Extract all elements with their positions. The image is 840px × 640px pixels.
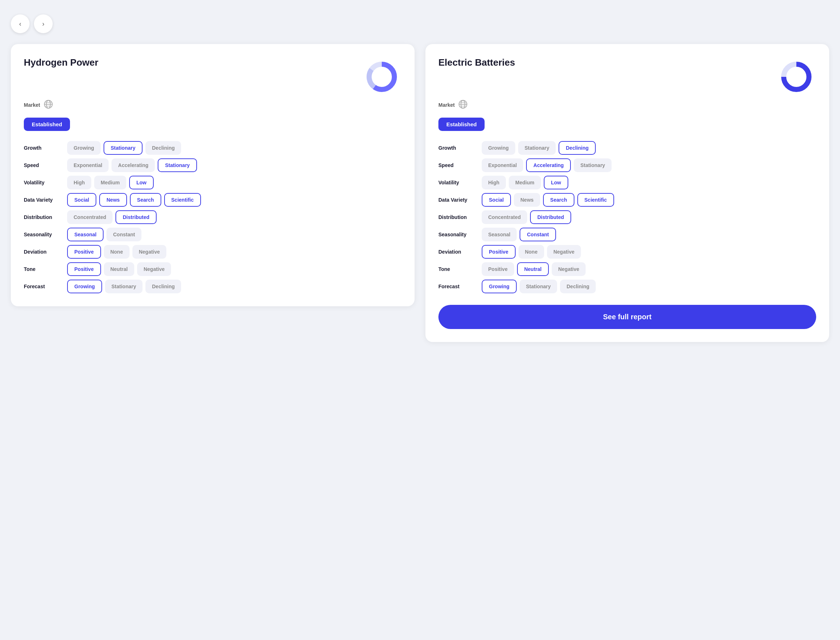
card-electric: Electric BatteriesMarket EstablishedGrow… — [426, 44, 829, 342]
established-badge: Established — [24, 118, 70, 131]
option-chip-none[interactable]: None — [104, 245, 130, 259]
option-chip-negative[interactable]: Negative — [547, 245, 581, 259]
options-group: PositiveNeutralNegative — [482, 262, 586, 276]
attribute-row-speed: SpeedExponentialAcceleratingStationary — [438, 158, 816, 172]
options-group: PositiveNeutralNegative — [67, 262, 171, 276]
established-badge: Established — [438, 118, 485, 131]
options-group: GrowingStationaryDeclining — [482, 280, 596, 293]
option-chip-scientific[interactable]: Scientific — [164, 193, 201, 207]
option-chip-positive[interactable]: Positive — [482, 262, 514, 276]
back-button[interactable]: ‹ — [11, 14, 30, 33]
card-header: Electric Batteries — [438, 57, 816, 97]
option-chip-neutral[interactable]: Neutral — [517, 262, 549, 276]
market-row: Market — [438, 99, 816, 111]
option-chip-distributed[interactable]: Distributed — [530, 210, 571, 224]
attribute-label: Data Variety — [24, 197, 64, 203]
option-chip-exponential[interactable]: Exponential — [482, 158, 523, 172]
option-chip-negative[interactable]: Negative — [552, 262, 586, 276]
options-group: ExponentialAcceleratingStationary — [482, 158, 611, 172]
attribute-row-tone: TonePositiveNeutralNegative — [24, 262, 402, 276]
attribute-row-growth: GrowthGrowingStationaryDeclining — [438, 141, 816, 155]
option-chip-stationary[interactable]: Stationary — [158, 158, 197, 172]
option-chip-accelerating[interactable]: Accelerating — [112, 158, 155, 172]
attribute-row-volatility: VolatilityHighMediumLow — [24, 176, 402, 189]
option-chip-seasonal[interactable]: Seasonal — [482, 228, 517, 242]
options-group: GrowingStationaryDeclining — [67, 141, 181, 155]
option-chip-low[interactable]: Low — [129, 176, 154, 189]
option-chip-growing[interactable]: Growing — [482, 141, 515, 155]
attribute-label: Deviation — [24, 249, 64, 255]
option-chip-negative[interactable]: Negative — [137, 262, 171, 276]
option-chip-declining[interactable]: Declining — [146, 141, 181, 155]
option-chip-stationary[interactable]: Stationary — [518, 141, 556, 155]
options-group: HighMediumLow — [482, 176, 568, 189]
forward-button[interactable]: › — [34, 14, 53, 33]
option-chip-social[interactable]: Social — [67, 193, 96, 207]
attribute-label: Volatility — [438, 180, 478, 186]
attribute-row-data-variety: Data VarietySocialNewsSearchScientific — [438, 193, 816, 207]
option-chip-distributed[interactable]: Distributed — [115, 210, 157, 224]
see-full-report-button[interactable]: See full report — [438, 305, 816, 329]
option-chip-stationary[interactable]: Stationary — [105, 280, 142, 293]
option-chip-concentrated[interactable]: Concentrated — [67, 210, 113, 224]
attribute-label: Speed — [438, 162, 478, 168]
option-chip-growing[interactable]: Growing — [67, 280, 102, 293]
option-chip-none[interactable]: None — [518, 245, 544, 259]
card-hydrogen: Hydrogen PowerMarket EstablishedGrowthGr… — [11, 44, 414, 306]
attribute-row-data-variety: Data VarietySocialNewsSearchScientific — [24, 193, 402, 207]
attribute-label: Data Variety — [438, 197, 478, 203]
attribute-row-distribution: DistributionConcentratedDistributed — [24, 210, 402, 224]
attribute-row-deviation: DeviationPositiveNoneNegative — [438, 245, 816, 259]
option-chip-concentrated[interactable]: Concentrated — [482, 210, 527, 224]
option-chip-stationary[interactable]: Stationary — [520, 280, 557, 293]
option-chip-accelerating[interactable]: Accelerating — [526, 158, 571, 172]
option-chip-high[interactable]: High — [482, 176, 506, 189]
option-chip-search[interactable]: Search — [130, 193, 161, 207]
option-chip-neutral[interactable]: Neutral — [104, 262, 134, 276]
options-group: PositiveNoneNegative — [67, 245, 166, 259]
cards-container: Hydrogen PowerMarket EstablishedGrowthGr… — [11, 44, 829, 342]
option-chip-declining[interactable]: Declining — [146, 280, 181, 293]
option-chip-stationary[interactable]: Stationary — [104, 141, 142, 155]
attribute-row-tone: TonePositiveNeutralNegative — [438, 262, 816, 276]
option-chip-exponential[interactable]: Exponential — [67, 158, 109, 172]
attribute-label: Forecast — [438, 283, 478, 290]
option-chip-medium[interactable]: Medium — [509, 176, 541, 189]
option-chip-news[interactable]: News — [514, 193, 540, 207]
option-chip-constant[interactable]: Constant — [106, 228, 141, 242]
option-chip-declining[interactable]: Declining — [558, 141, 596, 155]
option-chip-declining[interactable]: Declining — [560, 280, 596, 293]
option-chip-scientific[interactable]: Scientific — [577, 193, 614, 207]
option-chip-medium[interactable]: Medium — [94, 176, 126, 189]
attribute-label: Distribution — [24, 214, 64, 220]
options-group: SocialNewsSearchScientific — [482, 193, 614, 207]
attribute-label: Seasonality — [24, 232, 64, 237]
option-chip-high[interactable]: High — [67, 176, 91, 189]
attribute-rows: GrowthGrowingStationaryDecliningSpeedExp… — [438, 141, 816, 293]
option-chip-growing[interactable]: Growing — [482, 280, 517, 293]
option-chip-positive[interactable]: Positive — [67, 245, 101, 259]
options-group: ConcentratedDistributed — [482, 210, 571, 224]
option-chip-social[interactable]: Social — [482, 193, 511, 207]
attribute-label: Seasonality — [438, 232, 478, 237]
option-chip-news[interactable]: News — [99, 193, 127, 207]
attribute-row-seasonality: SeasonalitySeasonalConstant — [438, 228, 816, 242]
option-chip-positive[interactable]: Positive — [482, 245, 515, 259]
option-chip-seasonal[interactable]: Seasonal — [67, 228, 104, 242]
option-chip-growing[interactable]: Growing — [67, 141, 101, 155]
card-header: Hydrogen Power — [24, 57, 402, 97]
options-group: SeasonalConstant — [482, 228, 556, 242]
option-chip-low[interactable]: Low — [544, 176, 568, 189]
donut-chart — [776, 57, 816, 97]
option-chip-constant[interactable]: Constant — [520, 228, 556, 242]
option-chip-stationary[interactable]: Stationary — [574, 158, 611, 172]
attribute-label: Growth — [24, 145, 64, 151]
donut-chart — [362, 57, 402, 97]
option-chip-positive[interactable]: Positive — [67, 262, 101, 276]
option-chip-search[interactable]: Search — [543, 193, 574, 207]
options-group: SeasonalConstant — [67, 228, 141, 242]
attribute-row-deviation: DeviationPositiveNoneNegative — [24, 245, 402, 259]
market-label: Market — [24, 102, 40, 108]
options-group: SocialNewsSearchScientific — [67, 193, 201, 207]
option-chip-negative[interactable]: Negative — [133, 245, 166, 259]
